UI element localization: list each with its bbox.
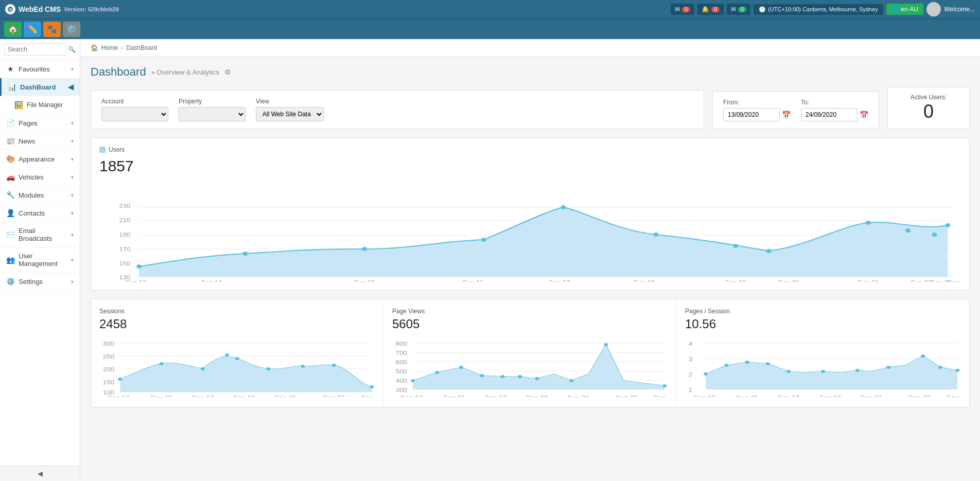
sidebar-item-user-management[interactable]: 👥 User Management ▾: [0, 247, 80, 273]
svg-text:Sep 19: Sep 19: [526, 395, 548, 397]
pages-per-session-chart: Pages / Session 10.56 4 3 2 1: [677, 299, 969, 407]
svg-point-17: [481, 238, 486, 242]
svg-text:4: 4: [689, 341, 693, 347]
home-icon: 🏠: [91, 44, 98, 51]
svg-point-16: [362, 247, 367, 251]
svg-text:150: 150: [119, 261, 130, 266]
account-select[interactable]: [101, 107, 168, 121]
sidebar-item-settings[interactable]: ⚙️ Settings ▾: [0, 273, 80, 291]
svg-point-110: [938, 366, 942, 369]
search-icon[interactable]: 🔍: [68, 46, 76, 53]
view-filter: View All Web Site Data: [256, 98, 324, 121]
language-display: 🌐 en-AU: [886, 4, 923, 15]
users-icon: 👥: [6, 256, 14, 264]
from-date-input[interactable]: [723, 108, 780, 121]
calendar-from-icon[interactable]: 📅: [782, 111, 791, 119]
timezone-display: 🕐 (UTC+10:00) Canberra, Melbourne, Sydne…: [754, 4, 883, 15]
svg-text:Sep 17: Sep 17: [549, 280, 570, 282]
sidebar-item-pages[interactable]: 📄 Pages ▾: [0, 114, 80, 132]
view-select[interactable]: All Web Site Data: [256, 107, 324, 121]
sidebar-item-modules[interactable]: 🔧 Modules ▾: [0, 186, 80, 204]
page-title: Dashboard: [91, 65, 146, 79]
svg-text:400: 400: [396, 378, 408, 384]
svg-point-18: [561, 205, 566, 209]
page-header: Dashboard » Overview & Analytics ⚙: [91, 65, 970, 79]
page-subtitle: » Overview & Analytics: [151, 68, 219, 76]
pages-icon: 📄: [6, 119, 14, 127]
pageviews-value: 5605: [392, 317, 668, 331]
calendar-to-icon[interactable]: 📅: [860, 111, 868, 119]
svg-point-25: [945, 223, 950, 227]
svg-text:Sep 13: Sep 13: [108, 395, 130, 397]
search-input[interactable]: [4, 43, 66, 56]
main-chart-container: 130 150 170 190 210 230: [99, 179, 961, 282]
svg-point-21: [766, 249, 771, 253]
quickbar-settings-btn[interactable]: ⚙️: [63, 22, 80, 37]
svg-text:Sep 15: Sep 15: [443, 395, 465, 397]
mail2-badge: 0: [738, 7, 746, 12]
svg-point-104: [766, 362, 770, 365]
app-name: WebEd CMS: [19, 5, 61, 13]
bell-button[interactable]: 🔔 0: [697, 4, 724, 15]
sidebar-item-dashboard[interactable]: 📊 DashBoard ◀: [0, 78, 80, 96]
svg-point-111: [955, 369, 959, 372]
quickbar-home-btn[interactable]: 🏠: [4, 22, 22, 37]
quickbar-paw-btn[interactable]: 🐾: [43, 22, 61, 37]
svg-text:Sep 23: Sep 23: [323, 395, 345, 397]
app-logo: W WebEd CMS Version: 529cfdeb29: [5, 4, 667, 14]
account-label: Account: [101, 98, 168, 105]
filter-row: Account Property View All Web Site Data: [91, 90, 704, 129]
quickbar-edit-btn[interactable]: ✏️: [24, 22, 41, 37]
dashboard-icon: 📊: [8, 83, 16, 91]
legend-dot: [99, 147, 106, 153]
svg-point-80: [500, 375, 504, 378]
image-icon: 🖼️: [14, 101, 23, 109]
svg-point-55: [332, 364, 336, 367]
to-date-input[interactable]: [801, 108, 857, 121]
svg-text:500: 500: [396, 369, 408, 375]
mail-button[interactable]: ✉ 0: [671, 4, 694, 15]
svg-point-56: [370, 385, 374, 388]
sidebar-item-email-broadcasts[interactable]: ✉️ Email Broadcasts ▾: [0, 222, 80, 247]
to-date-filter: To: 📅: [801, 99, 868, 121]
svg-point-15: [242, 252, 248, 256]
svg-point-50: [201, 367, 205, 370]
svg-point-52: [235, 357, 239, 360]
active-users-value: 0: [898, 101, 959, 122]
logo-icon: W: [5, 4, 15, 14]
main-chart-total: 1857: [99, 157, 961, 175]
user-avatar[interactable]: [926, 2, 941, 16]
svg-text:Sep 24: Sep 24: [947, 395, 961, 397]
svg-text:Sep 23: Sep 23: [616, 395, 638, 397]
main-chart-svg: 130 150 170 190 210 230: [99, 179, 961, 282]
svg-point-83: [569, 379, 573, 382]
mail2-button[interactable]: ✉ 0: [727, 4, 750, 15]
gear-icon[interactable]: ⚙: [224, 68, 231, 76]
sidebar-item-vehicles[interactable]: 🚗 Vehicles ▾: [0, 168, 80, 186]
app-version: Version: 529cfdeb29: [64, 6, 118, 12]
main-chart-section: Users 1857 130 150 170 190 210 230: [91, 137, 970, 291]
svg-point-78: [459, 366, 463, 369]
svg-text:Sep 24: Sep 24: [947, 280, 961, 282]
contacts-icon: 👤: [6, 209, 14, 217]
sidebar-item-favourites[interactable]: ★ Favourites ▾: [0, 60, 80, 78]
chevron-down-icon-settings: ▾: [71, 279, 74, 284]
breadcrumb-home[interactable]: Home: [101, 44, 118, 51]
property-select[interactable]: [179, 107, 246, 121]
svg-text:Sep 21: Sep 21: [275, 395, 296, 397]
sidebar-item-news[interactable]: 📰 News ▾: [0, 132, 80, 150]
star-icon: ★: [6, 65, 14, 73]
svg-point-79: [480, 374, 484, 377]
svg-text:Sep 21: Sep 21: [857, 280, 879, 282]
welcome-text: Welcome...: [944, 6, 975, 13]
svg-text:Sep 15: Sep 15: [736, 395, 758, 397]
sidebar-item-file-manager[interactable]: 🖼️ File Manager: [0, 96, 80, 114]
sidebar-item-contacts[interactable]: 👤 Contacts ▾: [0, 204, 80, 222]
sidebar-collapse-button[interactable]: ◀: [0, 466, 80, 481]
svg-point-102: [724, 364, 728, 367]
content-area: 🏠 Home › DashBoard Dashboard » Overview …: [80, 39, 980, 481]
email-icon: ✉️: [6, 230, 14, 239]
pages-per-session-value: 10.56: [685, 317, 961, 331]
svg-point-24: [932, 233, 937, 237]
sidebar-item-appearance[interactable]: 🎨 Appearance ▾: [0, 150, 80, 168]
